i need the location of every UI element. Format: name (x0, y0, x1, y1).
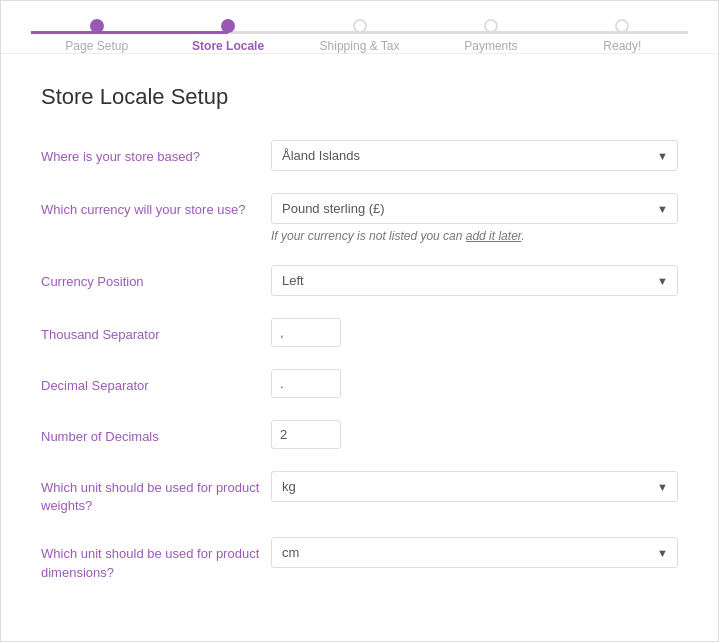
currency-label: Which currency will your store use? (41, 193, 271, 219)
dimension-unit-control: cm m mm in yd ▼ (271, 537, 678, 568)
step-label-page-setup: Page Setup (65, 39, 128, 53)
dimension-unit-select-wrapper: cm m mm in yd ▼ (271, 537, 678, 568)
currency-helper-link[interactable]: add it later (466, 229, 522, 243)
weight-unit-row: Which unit should be used for product we… (41, 471, 678, 515)
number-of-decimals-row: Number of Decimals (41, 420, 678, 449)
store-based-select[interactable]: Åland Islands (271, 140, 678, 171)
step-page-setup[interactable]: Page Setup (31, 19, 162, 53)
weight-unit-control: kg g lbs oz ▼ (271, 471, 678, 502)
step-circle-shipping-tax (353, 19, 367, 33)
decimal-separator-control (271, 369, 678, 398)
main-content: Store Locale Setup Where is your store b… (1, 54, 718, 634)
thousand-separator-input[interactable] (271, 318, 341, 347)
steps-container: Page Setup Store Locale Shipping & Tax P… (31, 19, 688, 53)
number-of-decimals-label: Number of Decimals (41, 420, 271, 446)
step-label-ready: Ready! (603, 39, 641, 53)
currency-control: Pound sterling (£) ▼ If your currency is… (271, 193, 678, 243)
step-circle-ready (615, 19, 629, 33)
dimension-unit-row: Which unit should be used for product di… (41, 537, 678, 581)
step-payments[interactable]: Payments (425, 19, 556, 53)
step-circle-store-locale (221, 19, 235, 33)
number-of-decimals-control (271, 420, 678, 449)
dimension-unit-label: Which unit should be used for product di… (41, 537, 271, 581)
step-ready[interactable]: Ready! (557, 19, 688, 53)
weight-unit-select[interactable]: kg g lbs oz (271, 471, 678, 502)
store-based-row: Where is your store based? Åland Islands… (41, 140, 678, 171)
currency-helper-suffix: . (521, 229, 524, 243)
number-of-decimals-input[interactable] (271, 420, 341, 449)
currency-select-wrapper: Pound sterling (£) ▼ (271, 193, 678, 224)
page-wrapper: Page Setup Store Locale Shipping & Tax P… (0, 0, 719, 642)
store-based-control: Åland Islands ▼ (271, 140, 678, 171)
decimal-separator-label: Decimal Separator (41, 369, 271, 395)
step-label-store-locale: Store Locale (192, 39, 264, 53)
step-label-payments: Payments (464, 39, 517, 53)
currency-position-control: Left Right Left Space Right Space ▼ (271, 265, 678, 296)
step-circle-page-setup (90, 19, 104, 33)
step-label-shipping-tax: Shipping & Tax (320, 39, 400, 53)
currency-position-row: Currency Position Left Right Left Space … (41, 265, 678, 296)
step-circle-payments (484, 19, 498, 33)
store-based-select-wrapper: Åland Islands ▼ (271, 140, 678, 171)
currency-position-select-wrapper: Left Right Left Space Right Space ▼ (271, 265, 678, 296)
dimension-unit-select[interactable]: cm m mm in yd (271, 537, 678, 568)
step-shipping-tax[interactable]: Shipping & Tax (294, 19, 425, 53)
currency-position-select[interactable]: Left Right Left Space Right Space (271, 265, 678, 296)
currency-position-label: Currency Position (41, 265, 271, 291)
decimal-separator-row: Decimal Separator (41, 369, 678, 398)
currency-select[interactable]: Pound sterling (£) (271, 193, 678, 224)
currency-row: Which currency will your store use? Poun… (41, 193, 678, 243)
thousand-separator-row: Thousand Separator (41, 318, 678, 347)
thousand-separator-control (271, 318, 678, 347)
currency-helper-text: If your currency is not listed you can a… (271, 229, 678, 243)
store-based-label: Where is your store based? (41, 140, 271, 166)
currency-helper-prefix: If your currency is not listed you can (271, 229, 466, 243)
progress-bar-section: Page Setup Store Locale Shipping & Tax P… (1, 1, 718, 54)
weight-unit-select-wrapper: kg g lbs oz ▼ (271, 471, 678, 502)
thousand-separator-label: Thousand Separator (41, 318, 271, 344)
weight-unit-label: Which unit should be used for product we… (41, 471, 271, 515)
page-title: Store Locale Setup (41, 84, 678, 110)
decimal-separator-input[interactable] (271, 369, 341, 398)
step-store-locale[interactable]: Store Locale (162, 19, 293, 53)
